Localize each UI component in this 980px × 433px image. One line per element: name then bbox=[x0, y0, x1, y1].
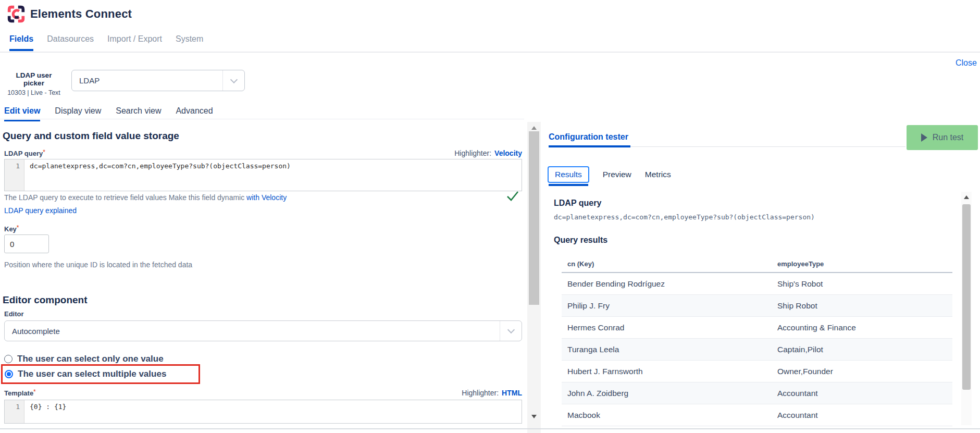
table-row: John A. Zoidberg Accountant bbox=[562, 382, 952, 404]
query-results-table: cn (Key) employeeType Bender Bending Rod… bbox=[562, 255, 952, 426]
field-identity: LDAP user picker 10303 | Live - Text bbox=[5, 71, 63, 96]
ldap-query-code[interactable]: dc=planetexpress,dc=com?cn,employeeType?… bbox=[24, 159, 522, 191]
valid-check-icon bbox=[506, 191, 519, 201]
tab-display-view[interactable]: Display view bbox=[55, 106, 101, 120]
template-line-number: 1 bbox=[5, 400, 24, 423]
scroll-up-icon[interactable] bbox=[964, 195, 969, 199]
editor-label: Editor bbox=[4, 310, 24, 318]
key-help: Position where the unique ID is located … bbox=[4, 261, 192, 269]
nav-item-fields[interactable]: Fields bbox=[9, 34, 33, 50]
ldap-query-help: The LDAP query to execute to retrieve fi… bbox=[4, 193, 287, 202]
column-header-cn-key: cn (Key) bbox=[562, 260, 777, 268]
datasource-select-arrow[interactable] bbox=[222, 70, 244, 91]
chevron-down-icon bbox=[507, 326, 514, 333]
table-header-row: cn (Key) employeeType bbox=[562, 255, 952, 273]
tab-results[interactable]: Results bbox=[548, 166, 589, 183]
highlighter-html-link[interactable]: HTML bbox=[502, 389, 522, 397]
radio-single-value[interactable]: The user can select only one value bbox=[4, 354, 164, 364]
tab-advanced[interactable]: Advanced bbox=[176, 106, 213, 120]
with-velocity-link[interactable]: with Velocity bbox=[246, 193, 287, 202]
elements-connect-admin-page: Elements Connect Fields Datasources Impo… bbox=[0, 0, 980, 433]
scroll-up-icon[interactable] bbox=[531, 126, 537, 130]
ldap-query-label: LDAP query bbox=[4, 150, 43, 157]
ldap-query-editor[interactable]: 1 dc=planetexpress,dc=com?cn,employeeTyp… bbox=[4, 159, 522, 191]
nav-item-datasources[interactable]: Datasources bbox=[47, 34, 94, 50]
editor-section-title: Editor component bbox=[3, 294, 88, 306]
editor-select-value: Autocomplete bbox=[5, 327, 500, 336]
play-icon bbox=[921, 133, 927, 142]
chevron-down-icon bbox=[230, 76, 237, 83]
ldap-query-label-row: LDAP query* Highlighter:Velocity bbox=[4, 149, 522, 158]
table-row: Macbook Accountant bbox=[562, 404, 952, 426]
required-marker: * bbox=[43, 149, 45, 156]
table-row: Turanga Leela Captain,Pilot bbox=[562, 339, 952, 361]
run-test-label: Run test bbox=[933, 133, 964, 142]
radio-multiple-values[interactable]: The user can select multiple values bbox=[5, 369, 166, 379]
key-input[interactable] bbox=[4, 234, 49, 253]
page-bottom-divider bbox=[0, 428, 980, 429]
table-row: Hermes Conrad Accounting & Finance bbox=[562, 317, 952, 339]
ldap-query-line-number: 1 bbox=[5, 159, 24, 191]
highlighter-velocity-link[interactable]: Velocity bbox=[494, 149, 522, 157]
datasource-select-value: LDAP bbox=[72, 76, 222, 85]
tester-tabs: Results Preview Metrics bbox=[548, 166, 671, 183]
results-scrollbar-thumb[interactable] bbox=[962, 204, 971, 390]
tester-title-divider bbox=[630, 146, 905, 147]
template-code[interactable]: {0} : {1} bbox=[24, 400, 522, 423]
column-header-employee-type: employeeType bbox=[777, 260, 952, 268]
ldap-query-explained-link[interactable]: LDAP query explained bbox=[4, 206, 77, 215]
highlighter-label: Highlighter: bbox=[462, 389, 499, 397]
nav-item-system[interactable]: System bbox=[176, 34, 203, 50]
scroll-down-icon[interactable] bbox=[531, 415, 537, 418]
query-results-heading: Query results bbox=[554, 236, 607, 245]
field-meta: 10303 | Live - Text bbox=[5, 89, 63, 96]
field-name: LDAP user picker bbox=[5, 71, 63, 87]
admin-nav: Fields Datasources Import / Export Syste… bbox=[9, 34, 203, 50]
tester-ldap-query-value: dc=planetexpress,dc=com?cn,employeeType?… bbox=[554, 213, 815, 221]
nav-divider bbox=[0, 52, 980, 53]
configuration-tester-link[interactable]: Configuration tester bbox=[549, 132, 628, 142]
page-title: Elements Connect bbox=[30, 7, 132, 21]
table-row: Bender Bending Rodríguez Ship's Robot bbox=[562, 273, 952, 295]
tab-preview[interactable]: Preview bbox=[603, 167, 631, 182]
close-button[interactable]: Close bbox=[956, 58, 977, 68]
query-section-title: Query and custom field value storage bbox=[3, 130, 179, 142]
nav-item-import-export[interactable]: Import / Export bbox=[107, 34, 162, 50]
left-panel-scrollbar-thumb[interactable] bbox=[529, 131, 539, 305]
tester-title-underline bbox=[549, 145, 630, 147]
elements-connect-logo-icon bbox=[6, 4, 26, 24]
tab-metrics[interactable]: Metrics bbox=[645, 167, 671, 182]
run-test-button[interactable]: Run test bbox=[907, 125, 978, 150]
editor-select-arrow[interactable] bbox=[500, 321, 522, 341]
tester-ldap-query-heading: LDAP query bbox=[554, 199, 601, 208]
template-label-row: Template* Highlighter:HTML bbox=[4, 388, 522, 398]
radio-button-icon[interactable] bbox=[4, 355, 13, 363]
key-label: Key bbox=[4, 225, 17, 233]
key-label-row: Key* bbox=[4, 224, 19, 233]
template-editor[interactable]: 1 {0} : {1} bbox=[4, 400, 522, 424]
radio-multiple-label: The user can select multiple values bbox=[18, 369, 166, 379]
highlighter-label: Highlighter: bbox=[454, 149, 491, 157]
tab-edit-view[interactable]: Edit view bbox=[4, 106, 40, 120]
tab-search-view[interactable]: Search view bbox=[116, 106, 161, 120]
table-row: Philip J. Fry Ship Robot bbox=[562, 295, 952, 317]
table-row: Hubert J. Farnsworth Owner,Founder bbox=[562, 361, 952, 382]
editor-select[interactable]: Autocomplete bbox=[4, 320, 522, 341]
template-label: Template bbox=[4, 389, 33, 397]
radio-single-label: The user can select only one value bbox=[17, 354, 164, 364]
radio-button-selected-icon[interactable] bbox=[5, 370, 13, 378]
datasource-select[interactable]: LDAP bbox=[71, 70, 245, 91]
view-tabs: Edit view Display view Search view Advan… bbox=[4, 106, 213, 120]
view-tabs-divider bbox=[0, 119, 524, 119]
